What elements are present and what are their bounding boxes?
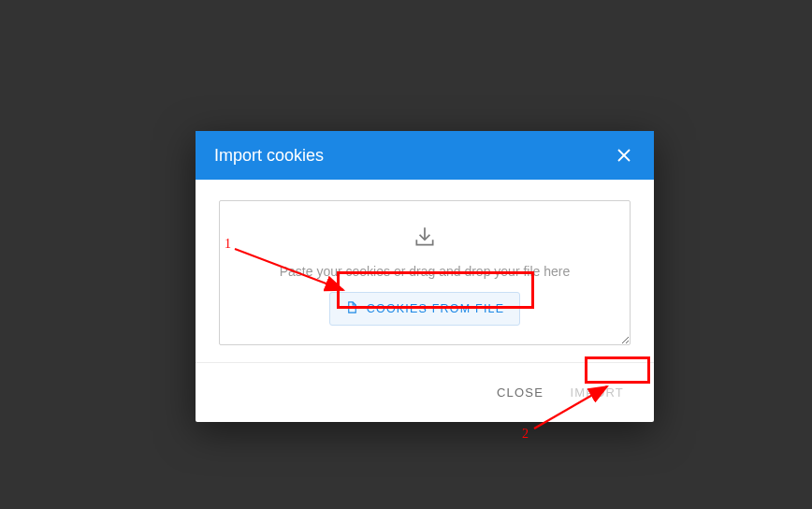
dialog-title: Import cookies [214,146,324,166]
close-icon[interactable] [613,144,635,167]
cookies-dropzone[interactable]: Paste your cookies or drag and drop your… [219,200,631,345]
close-button[interactable]: CLOSE [486,378,555,407]
file-button-label: COOKIES FROM FILE [367,302,505,315]
dialog-header: Import cookies [196,131,654,180]
cookies-from-file-button[interactable]: COOKIES FROM FILE [329,292,521,326]
import-button-label: IMPORT [570,385,624,400]
close-button-label: CLOSE [497,385,544,400]
file-icon [345,300,359,317]
dialog-footer: CLOSE IMPORT [196,362,654,422]
dropzone-hint: Paste your cookies or drag and drop your… [229,264,620,279]
import-button[interactable]: IMPORT [558,378,635,407]
download-icon [413,225,437,253]
annotation-label-2: 2 [522,427,529,442]
import-cookies-dialog: Import cookies Paste your cookies or dra… [196,131,654,422]
dialog-body: Paste your cookies or drag and drop your… [196,180,654,362]
